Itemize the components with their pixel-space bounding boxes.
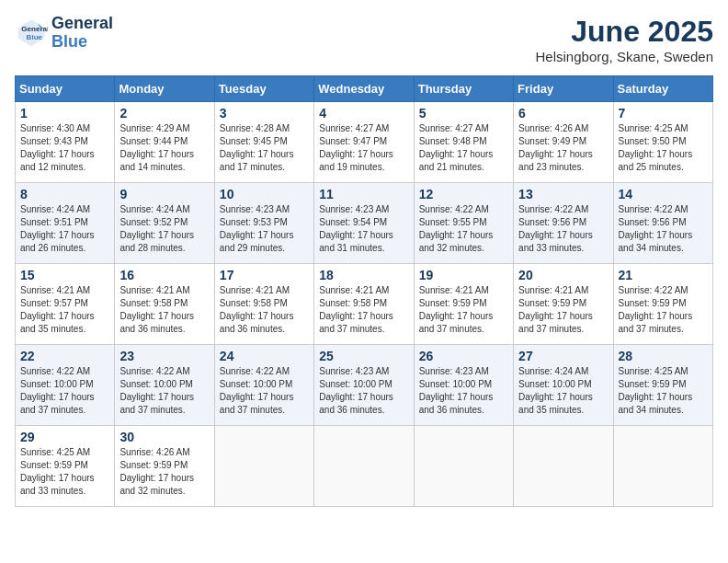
calendar-cell: 2Sunrise: 4:29 AMSunset: 9:44 PMDaylight…	[115, 102, 214, 183]
day-detail: Sunrise: 4:22 AMSunset: 10:00 PMDaylight…	[20, 365, 109, 417]
calendar-cell: 3Sunrise: 4:28 AMSunset: 9:45 PMDaylight…	[214, 102, 313, 183]
week-row-1: 1Sunrise: 4:30 AMSunset: 9:43 PMDaylight…	[16, 102, 713, 183]
day-number: 13	[518, 187, 608, 201]
weekday-header-monday: Monday	[115, 76, 214, 102]
day-number: 7	[619, 106, 708, 121]
day-detail: Sunrise: 4:23 AMSunset: 10:00 PMDaylight…	[419, 365, 508, 417]
logo-line2: Blue	[51, 33, 113, 52]
calendar-cell: 5Sunrise: 4:27 AMSunset: 9:48 PMDaylight…	[414, 102, 513, 183]
calendar-cell: 30Sunrise: 4:26 AMSunset: 9:59 PMDayligh…	[115, 426, 214, 507]
day-detail: Sunrise: 4:21 AMSunset: 9:59 PMDaylight:…	[518, 284, 608, 336]
calendar-cell: 17Sunrise: 4:21 AMSunset: 9:58 PMDayligh…	[214, 264, 313, 345]
calendar-cell: 13Sunrise: 4:22 AMSunset: 9:56 PMDayligh…	[514, 183, 613, 264]
day-detail: Sunrise: 4:25 AMSunset: 9:59 PMDaylight:…	[20, 446, 109, 498]
day-detail: Sunrise: 4:21 AMSunset: 9:57 PMDaylight:…	[20, 284, 109, 336]
day-detail: Sunrise: 4:26 AMSunset: 9:49 PMDaylight:…	[518, 122, 608, 174]
day-detail: Sunrise: 4:25 AMSunset: 9:50 PMDaylight:…	[619, 122, 708, 174]
calendar-cell: 27Sunrise: 4:24 AMSunset: 10:00 PMDaylig…	[514, 345, 613, 426]
day-number: 2	[119, 106, 209, 121]
weekday-header-saturday: Saturday	[613, 76, 712, 102]
svg-text:Blue: Blue	[27, 33, 43, 41]
calendar-cell: 15Sunrise: 4:21 AMSunset: 9:57 PMDayligh…	[16, 264, 115, 345]
weekday-header-thursday: Thursday	[414, 76, 513, 102]
day-detail: Sunrise: 4:23 AMSunset: 9:53 PMDaylight:…	[220, 203, 309, 255]
day-number: 29	[20, 430, 109, 444]
day-number: 6	[518, 106, 608, 121]
day-detail: Sunrise: 4:26 AMSunset: 9:59 PMDaylight:…	[119, 446, 209, 498]
day-number: 21	[619, 268, 708, 282]
day-number: 14	[619, 187, 708, 201]
day-detail: Sunrise: 4:24 AMSunset: 9:52 PMDaylight:…	[119, 203, 209, 255]
logo: General Blue General Blue	[15, 15, 113, 52]
day-detail: Sunrise: 4:25 AMSunset: 9:59 PMDaylight:…	[619, 365, 708, 417]
calendar-cell: 23Sunrise: 4:22 AMSunset: 10:00 PMDaylig…	[115, 345, 214, 426]
calendar-cell: 8Sunrise: 4:24 AMSunset: 9:51 PMDaylight…	[16, 183, 115, 264]
day-number: 16	[119, 268, 209, 282]
day-number: 12	[419, 187, 508, 201]
day-detail: Sunrise: 4:21 AMSunset: 9:58 PMDaylight:…	[319, 284, 408, 336]
calendar-cell	[613, 426, 712, 507]
day-detail: Sunrise: 4:27 AMSunset: 9:47 PMDaylight:…	[319, 122, 408, 174]
calendar-cell	[214, 426, 313, 507]
day-detail: Sunrise: 4:22 AMSunset: 10:00 PMDaylight…	[119, 365, 209, 417]
weekday-header-sunday: Sunday	[16, 76, 115, 102]
day-number: 5	[419, 106, 508, 121]
calendar-cell	[514, 426, 613, 507]
day-number: 18	[319, 268, 408, 282]
day-detail: Sunrise: 4:23 AMSunset: 10:00 PMDaylight…	[319, 365, 408, 417]
week-row-5: 29Sunrise: 4:25 AMSunset: 9:59 PMDayligh…	[16, 426, 713, 507]
day-detail: Sunrise: 4:22 AMSunset: 9:59 PMDaylight:…	[619, 284, 708, 336]
title-block: June 2025 Helsingborg, Skane, Sweden	[536, 15, 713, 64]
logo-icon: General Blue	[15, 17, 48, 50]
day-number: 10	[220, 187, 309, 201]
calendar-cell: 12Sunrise: 4:22 AMSunset: 9:55 PMDayligh…	[414, 183, 513, 264]
day-number: 11	[319, 187, 408, 201]
calendar-cell: 14Sunrise: 4:22 AMSunset: 9:56 PMDayligh…	[613, 183, 712, 264]
day-number: 8	[20, 187, 109, 201]
logo-text: General Blue	[51, 15, 113, 52]
day-detail: Sunrise: 4:24 AMSunset: 9:51 PMDaylight:…	[20, 203, 109, 255]
day-detail: Sunrise: 4:29 AMSunset: 9:44 PMDaylight:…	[119, 122, 209, 174]
day-number: 24	[220, 349, 309, 363]
day-detail: Sunrise: 4:28 AMSunset: 9:45 PMDaylight:…	[220, 122, 309, 174]
day-number: 15	[20, 268, 109, 282]
calendar-cell: 20Sunrise: 4:21 AMSunset: 9:59 PMDayligh…	[514, 264, 613, 345]
day-number: 17	[220, 268, 309, 282]
location-subtitle: Helsingborg, Skane, Sweden	[536, 49, 713, 64]
calendar-cell: 29Sunrise: 4:25 AMSunset: 9:59 PMDayligh…	[16, 426, 115, 507]
day-detail: Sunrise: 4:21 AMSunset: 9:59 PMDaylight:…	[419, 284, 508, 336]
calendar-cell: 21Sunrise: 4:22 AMSunset: 9:59 PMDayligh…	[613, 264, 712, 345]
calendar-cell: 4Sunrise: 4:27 AMSunset: 9:47 PMDaylight…	[314, 102, 414, 183]
calendar-cell: 10Sunrise: 4:23 AMSunset: 9:53 PMDayligh…	[214, 183, 313, 264]
calendar-cell: 9Sunrise: 4:24 AMSunset: 9:52 PMDaylight…	[115, 183, 214, 264]
day-number: 20	[518, 268, 608, 282]
calendar-cell: 24Sunrise: 4:22 AMSunset: 10:00 PMDaylig…	[214, 345, 313, 426]
day-detail: Sunrise: 4:22 AMSunset: 9:56 PMDaylight:…	[518, 203, 608, 255]
day-detail: Sunrise: 4:24 AMSunset: 10:00 PMDaylight…	[518, 365, 608, 417]
day-number: 30	[119, 430, 209, 444]
day-detail: Sunrise: 4:21 AMSunset: 9:58 PMDaylight:…	[119, 284, 209, 336]
day-number: 28	[619, 349, 708, 363]
day-number: 27	[518, 349, 608, 363]
calendar-cell	[314, 426, 414, 507]
day-number: 25	[319, 349, 408, 363]
calendar-cell: 7Sunrise: 4:25 AMSunset: 9:50 PMDaylight…	[613, 102, 712, 183]
weekday-header-wednesday: Wednesday	[314, 76, 414, 102]
calendar-cell: 11Sunrise: 4:23 AMSunset: 9:54 PMDayligh…	[314, 183, 414, 264]
calendar-cell: 25Sunrise: 4:23 AMSunset: 10:00 PMDaylig…	[314, 345, 414, 426]
day-number: 3	[220, 106, 309, 121]
weekday-header-row: SundayMondayTuesdayWednesdayThursdayFrid…	[16, 76, 713, 102]
calendar-cell: 19Sunrise: 4:21 AMSunset: 9:59 PMDayligh…	[414, 264, 513, 345]
day-detail: Sunrise: 4:22 AMSunset: 9:55 PMDaylight:…	[419, 203, 508, 255]
calendar-cell: 22Sunrise: 4:22 AMSunset: 10:00 PMDaylig…	[16, 345, 115, 426]
weekday-header-friday: Friday	[514, 76, 613, 102]
page-header: General Blue General Blue June 2025 Hels…	[15, 15, 713, 64]
day-number: 26	[419, 349, 508, 363]
month-title: June 2025	[536, 15, 713, 49]
week-row-4: 22Sunrise: 4:22 AMSunset: 10:00 PMDaylig…	[16, 345, 713, 426]
day-detail: Sunrise: 4:21 AMSunset: 9:58 PMDaylight:…	[220, 284, 309, 336]
calendar-cell: 16Sunrise: 4:21 AMSunset: 9:58 PMDayligh…	[115, 264, 214, 345]
weekday-header-tuesday: Tuesday	[214, 76, 313, 102]
logo-line1: General	[51, 15, 113, 33]
day-detail: Sunrise: 4:27 AMSunset: 9:48 PMDaylight:…	[419, 122, 508, 174]
